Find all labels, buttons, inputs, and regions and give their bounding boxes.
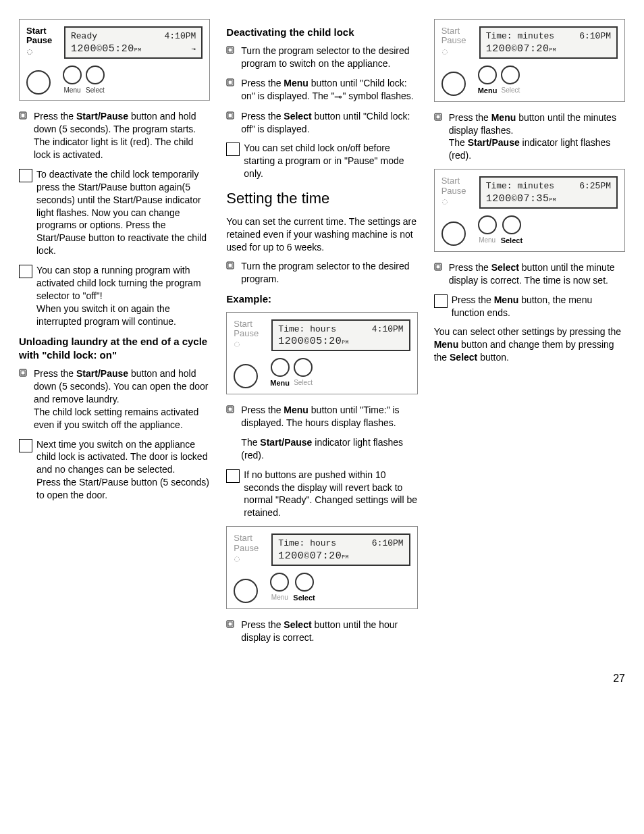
note-item: To deactivate the child lock temporarily… bbox=[19, 168, 210, 257]
svg-rect-10 bbox=[228, 113, 232, 118]
menu-label: Menu bbox=[479, 236, 495, 245]
select-button[interactable] bbox=[502, 215, 521, 234]
body-text: You can select other settings by pressin… bbox=[434, 325, 625, 364]
control-panel-5: Start Pause Time: minutes6:25PM 1200©07:… bbox=[434, 169, 625, 252]
note-item: If no buttons are pushed within 10 secon… bbox=[226, 469, 417, 520]
note-item: You can set child lock on/off before sta… bbox=[226, 142, 417, 180]
control-panel-1: Start Pause Ready4:10PM 1200©05:20PM⊸ Me… bbox=[19, 19, 210, 101]
instruction-item: Press the Start/Pause button and hold do… bbox=[19, 367, 210, 431]
bullet-icon bbox=[226, 404, 241, 429]
note-icon bbox=[19, 169, 32, 182]
select-label: Select bbox=[293, 593, 315, 603]
select-label: Select bbox=[86, 86, 105, 95]
svg-rect-12 bbox=[228, 263, 232, 267]
note-icon bbox=[226, 142, 240, 156]
instruction-item: Turn the program selector to the desired… bbox=[226, 45, 417, 70]
menu-button[interactable] bbox=[63, 66, 82, 84]
svg-rect-20 bbox=[435, 113, 441, 120]
instruction-item: Press the Select button until the minute… bbox=[434, 261, 625, 287]
svg-rect-1 bbox=[20, 112, 26, 119]
note-item: Next time you switch on the appliance ch… bbox=[19, 438, 210, 502]
bullet-icon bbox=[19, 110, 34, 161]
instruction-item: Turn the program selector to the desired… bbox=[226, 260, 417, 286]
svg-rect-7 bbox=[227, 79, 234, 86]
svg-rect-14 bbox=[227, 406, 234, 413]
lcd-display: Time: minutes6:25PM 1200©07:35PM bbox=[479, 176, 618, 209]
instruction-item: Press the Menu button until "Child lock:… bbox=[226, 77, 417, 103]
svg-rect-9 bbox=[227, 112, 234, 119]
instruction-item: Press the Start/Pause button and hold do… bbox=[19, 110, 210, 161]
note-icon bbox=[226, 469, 240, 483]
select-label: Select bbox=[501, 86, 520, 95]
select-label: Select bbox=[501, 236, 522, 246]
menu-button[interactable] bbox=[270, 573, 289, 592]
select-button[interactable] bbox=[295, 573, 314, 592]
menu-button[interactable] bbox=[478, 215, 497, 234]
svg-rect-15 bbox=[228, 407, 232, 411]
bullet-icon bbox=[226, 619, 241, 644]
start-pause-label: Start Pause bbox=[234, 533, 265, 553]
bullet-icon bbox=[226, 45, 241, 70]
subheading: Deactivating the child lock bbox=[226, 26, 417, 39]
start-pause-label: Start Pause bbox=[441, 176, 473, 196]
start-pause-button[interactable] bbox=[26, 70, 51, 95]
note-item: Press the Menu button, the menu function… bbox=[434, 294, 625, 319]
body-text: You can set the current time. The settin… bbox=[226, 215, 417, 254]
indicator-icon bbox=[441, 199, 448, 205]
body-text: The Start/Pause indicator light flashes … bbox=[226, 436, 417, 462]
indicator-icon bbox=[441, 49, 448, 55]
start-pause-label: Start Pause bbox=[26, 26, 57, 46]
instruction-item: Press the Menu button until the minutes … bbox=[434, 111, 625, 163]
section-heading: Setting the time bbox=[226, 188, 417, 209]
svg-point-0 bbox=[28, 49, 32, 54]
note-item: You can stop a running program with acti… bbox=[19, 264, 210, 328]
select-button[interactable] bbox=[501, 66, 520, 84]
svg-rect-2 bbox=[21, 113, 25, 118]
svg-rect-24 bbox=[436, 265, 440, 269]
start-pause-label: Start Pause bbox=[441, 26, 473, 46]
menu-button[interactable] bbox=[478, 66, 497, 84]
subheading: Unloading laundry at the end of a cycle … bbox=[19, 335, 210, 363]
svg-rect-6 bbox=[228, 48, 232, 52]
svg-rect-11 bbox=[227, 262, 234, 269]
instruction-item: Press the Select button until "Child loc… bbox=[226, 110, 417, 136]
menu-button[interactable] bbox=[271, 358, 290, 377]
menu-label: Menu bbox=[270, 378, 290, 388]
start-pause-button[interactable] bbox=[441, 72, 466, 96]
svg-rect-3 bbox=[20, 369, 26, 376]
subheading: Example: bbox=[226, 292, 417, 306]
select-label: Select bbox=[294, 378, 313, 388]
lcd-display: Ready4:10PM 1200©05:20PM⊸ bbox=[64, 26, 203, 59]
svg-rect-21 bbox=[436, 115, 440, 119]
page-number: 27 bbox=[19, 671, 625, 686]
note-icon bbox=[19, 439, 32, 452]
indicator-icon bbox=[234, 556, 240, 563]
svg-point-16 bbox=[235, 556, 240, 561]
start-pause-button[interactable] bbox=[234, 364, 258, 388]
lcd-display: Time: hours6:10PM 1200©07:20PM bbox=[271, 533, 410, 566]
start-pause-label: Start Pause bbox=[234, 319, 265, 339]
control-panel-2: Start Pause Time: hours4:10PM 1200©05:20… bbox=[226, 312, 417, 395]
bullet-icon bbox=[226, 110, 241, 136]
select-button[interactable] bbox=[86, 66, 105, 84]
instruction-item: Press the Menu button until "Time:" is d… bbox=[226, 404, 417, 429]
instruction-item: Press the Select button until the hour d… bbox=[226, 619, 417, 644]
lcd-display: Time: minutes6:10PM 1200©07:20PM bbox=[479, 26, 618, 59]
control-panel-3: Start Pause Time: hours6:10PM 1200©07:20… bbox=[226, 526, 417, 609]
indicator-icon bbox=[26, 49, 33, 55]
menu-label: Menu bbox=[63, 86, 80, 95]
select-button[interactable] bbox=[294, 358, 313, 377]
indicator-icon bbox=[234, 341, 240, 348]
note-icon bbox=[19, 265, 32, 278]
svg-rect-18 bbox=[228, 622, 232, 626]
menu-label: Menu bbox=[478, 86, 498, 96]
svg-rect-4 bbox=[21, 371, 25, 375]
start-pause-button[interactable] bbox=[234, 579, 258, 603]
svg-point-22 bbox=[442, 199, 447, 204]
start-pause-button[interactable] bbox=[441, 221, 466, 246]
control-panel-4: Start Pause Time: minutes6:10PM 1200©07:… bbox=[434, 19, 625, 102]
svg-point-19 bbox=[442, 49, 447, 54]
svg-point-13 bbox=[235, 342, 240, 347]
bullet-icon bbox=[226, 77, 241, 103]
bullet-icon bbox=[226, 260, 241, 286]
